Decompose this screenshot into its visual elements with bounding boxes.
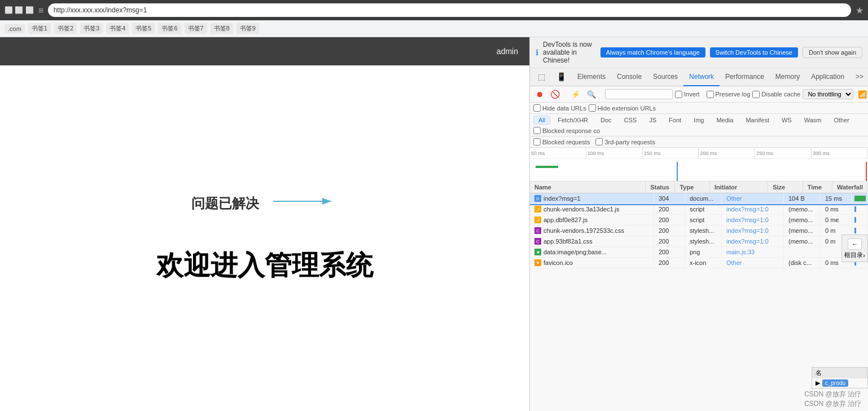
mini-chip[interactable]: c_produ [822,379,848,387]
tab-more[interactable]: >> [850,68,868,86]
tab-memory[interactable]: Memory [770,68,805,86]
td-status: 200 [654,226,685,236]
filter-fetch-xhr[interactable]: Fetch/XHR [553,116,593,125]
blocked-response-checkbox[interactable] [533,127,541,134]
img-icon: ★ [534,249,541,255]
network-conditions-btn[interactable]: 📶 [856,89,868,100]
filter-media[interactable]: Media [711,116,738,125]
bookmark-item[interactable]: 书签5 [132,23,155,34]
switch-devtools-btn[interactable]: Switch DevTools to Chinese [710,47,798,58]
user-label: admin [497,47,518,56]
filter-ws[interactable]: WS [777,116,797,125]
table-row[interactable]: ▼ favicon.ico 200 x-icon Other (disk c..… [530,258,868,268]
td-type: script [685,204,722,214]
footer-watermark: CSDN @放弃 治疗 CSDN @放弃 治疗 [797,387,868,411]
bookmark-item[interactable]: 书签3 [80,23,103,34]
hide-data-urls-checkbox[interactable] [533,104,541,112]
filter-wasm[interactable]: Wasm [799,116,827,125]
table-row[interactable]: C app.93bf82a1.css 200 stylesh... index?… [530,236,868,247]
bookmark-item[interactable]: 书签8 [211,23,233,34]
table-row[interactable]: ★ data:image/png;base... 200 png main.js… [530,247,868,258]
td-status: 200 [654,258,685,268]
filter-doc[interactable]: Doc [595,116,617,125]
td-type: docum... [685,193,722,204]
waterfall-bar-blue [854,228,856,233]
tab-elements[interactable]: Elements [572,68,611,86]
search-btn[interactable]: 🔍 [585,89,598,100]
td-time: 0 me [821,215,852,225]
bookmark-item[interactable]: .com [5,24,25,33]
filter-input[interactable] [605,89,673,99]
table-row[interactable]: D index?msg=1 304 docum... Other 104 B 1… [530,193,868,204]
th-type[interactable]: Type [675,182,710,193]
preserve-log-checkbox[interactable] [707,91,714,98]
td-initiator: index?msg=1:0 [722,226,784,236]
th-status[interactable]: Status [646,182,675,193]
td-type: script [685,215,722,225]
tab-console[interactable]: Console [611,68,647,86]
filter-manifest[interactable]: Manifest [740,116,774,125]
th-initiator[interactable]: Initiator [710,182,768,193]
window-controls[interactable]: ⬜ ⬜ ⬜ [5,6,34,14]
welcome-text: 欢迎进入管理系统 [156,248,373,284]
blocked-requests-checkbox[interactable] [533,138,541,145]
td-size: (disk c... [784,258,821,268]
bookmark-item[interactable]: 书签2 [54,23,77,34]
filter-all[interactable]: All [533,116,550,125]
th-size[interactable]: Size [768,182,803,193]
timeline-area[interactable]: 50 ms 100 ms 150 ms 200 ms 250 ms 300 ms [530,148,868,182]
throttling-select[interactable]: No throttling [803,89,853,99]
bookmark-item[interactable]: 书签1 [28,23,51,34]
td-status: 200 [654,204,685,214]
tab-inspect[interactable]: ⬚ [532,68,551,86]
filter-font[interactable]: Font [664,116,686,125]
blocked-requests-label: Blocked requests [533,138,590,145]
third-party-checkbox[interactable] [595,138,603,145]
td-time: 0 ms [821,204,852,214]
script-icon: J [534,206,541,213]
filter-toggle-btn[interactable]: ⚡ [569,89,582,100]
bookmark-item[interactable]: 书签9 [236,23,259,34]
td-size [784,250,821,254]
filter-other[interactable]: Other [828,116,854,125]
tick-150: 150 ms [643,148,699,158]
star-icon[interactable]: ★ [856,5,863,16]
mini-panel-header: 名 [812,368,867,378]
th-time[interactable]: Time [803,182,832,193]
td-waterfall [852,194,868,203]
bookmark-item[interactable]: 书签6 [158,23,181,34]
invert-checkbox[interactable] [675,91,682,98]
th-name[interactable]: Name [530,182,646,193]
tick-100: 100 ms [586,148,643,158]
dont-show-btn[interactable]: Don't show again [803,47,862,58]
csdn-credit-1: CSDN @放弃 治疗 [804,390,861,399]
filter-css[interactable]: CSS [619,116,642,125]
table-row[interactable]: J app.dbf0e827.js 200 script index?msg=1… [530,215,868,226]
notification-text: DevTools is now available in Chinese! [543,41,596,64]
table-row[interactable]: J chunk-vendors.3a13dec1.js 200 script i… [530,204,868,215]
tab-sources[interactable]: Sources [647,68,683,86]
td-name: C chunk-vendors.1972533c.css [530,226,654,236]
tick-250: 250 ms [755,148,812,158]
disable-cache-checkbox[interactable] [752,91,760,98]
bookmark-item[interactable]: 书签4 [106,23,129,34]
always-match-btn[interactable]: Always match Chrome's language [600,47,705,58]
filter-img[interactable]: Img [689,116,709,125]
clear-btn[interactable]: 🚫 [548,89,562,100]
address-bar[interactable]: http://xxx.xxx.xxx/index?msg=1 [48,3,851,17]
css-icon: C [534,227,541,234]
table-row[interactable]: C chunk-vendors.1972533c.css 200 stylesh… [530,226,868,236]
tab-mobile[interactable]: 📱 [551,68,572,86]
arrow-right-icon [270,193,338,214]
th-waterfall[interactable]: Waterfall [832,182,868,193]
tab-network[interactable]: Network [683,68,720,86]
forward-nav[interactable]: 框目录 › [844,251,865,259]
tab-application[interactable]: Application [805,68,850,86]
tab-indicator: ⊞ [38,7,43,14]
record-btn[interactable]: ⏺ [533,89,546,100]
bookmark-item[interactable]: 书签7 [185,23,207,34]
back-btn[interactable]: ← [848,238,862,250]
tab-performance[interactable]: Performance [720,68,770,86]
filter-js[interactable]: JS [644,116,661,125]
hide-extension-urls-checkbox[interactable] [589,104,596,112]
